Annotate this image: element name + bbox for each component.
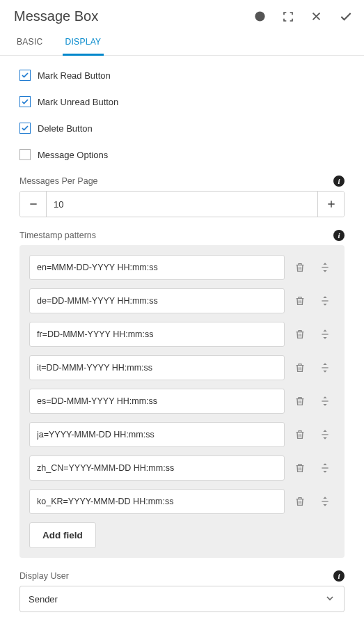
mark-unread-checkbox[interactable] — [19, 96, 31, 107]
svg-rect-6 — [322, 400, 328, 401]
checkbox-row-message-options: Message Options — [19, 149, 345, 160]
messages-per-page-stepper — [19, 191, 345, 217]
confirm-icon[interactable] — [339, 10, 353, 24]
fullscreen-icon[interactable] — [283, 11, 294, 22]
messages-per-page-label: Messages Per Page — [19, 176, 98, 186]
trash-icon[interactable] — [290, 496, 310, 507]
svg-rect-9 — [322, 501, 328, 501]
display-user-select[interactable]: Sender — [19, 586, 345, 612]
trash-icon[interactable] — [290, 329, 310, 340]
chevron-down-icon — [324, 593, 335, 606]
mark-read-checkbox[interactable] — [19, 70, 31, 81]
mark-unread-label: Mark Unread Button — [38, 97, 118, 107]
dialog-title: Message Box — [14, 8, 254, 24]
mark-read-label: Mark Read Button — [38, 70, 111, 81]
trash-icon[interactable] — [290, 362, 310, 373]
message-options-checkbox[interactable] — [19, 149, 31, 160]
pattern-input[interactable] — [29, 489, 285, 514]
pattern-row — [29, 255, 335, 280]
drag-handle-icon[interactable] — [315, 262, 335, 273]
pattern-row — [29, 489, 335, 514]
delete-label: Delete Button — [38, 123, 93, 134]
stepper-decrement-button[interactable] — [20, 192, 47, 217]
drag-handle-icon[interactable] — [315, 429, 335, 440]
checkbox-row-mark-unread: Mark Unread Button — [19, 96, 345, 107]
display-user-value: Sender — [29, 594, 58, 605]
header-actions: ? — [254, 10, 353, 24]
info-icon[interactable]: i — [333, 570, 345, 582]
drag-handle-icon[interactable] — [315, 362, 335, 373]
svg-rect-8 — [322, 467, 328, 468]
svg-rect-7 — [322, 434, 328, 435]
drag-handle-icon[interactable] — [315, 462, 335, 474]
drag-handle-icon[interactable] — [315, 396, 335, 407]
drag-handle-icon[interactable] — [315, 329, 335, 340]
messages-per-page-label-row: Messages Per Page i — [19, 176, 345, 187]
dialog-header: Message Box ? — [0, 0, 364, 30]
stepper-increment-button[interactable] — [317, 192, 344, 217]
pattern-row — [29, 422, 335, 447]
svg-rect-4 — [322, 334, 328, 334]
message-options-label: Message Options — [38, 150, 108, 160]
trash-icon[interactable] — [290, 295, 310, 306]
pattern-input[interactable] — [29, 455, 285, 481]
svg-text:?: ? — [258, 13, 262, 20]
pattern-row — [29, 288, 335, 313]
trash-icon[interactable] — [290, 396, 310, 407]
pattern-row — [29, 355, 335, 380]
svg-rect-3 — [322, 300, 328, 301]
checkbox-row-delete: Delete Button — [19, 123, 345, 134]
pattern-row — [29, 455, 335, 481]
drag-handle-icon[interactable] — [315, 496, 335, 507]
display-user-label-row: Display User i — [19, 570, 345, 582]
trash-icon[interactable] — [290, 262, 310, 273]
tab-bar: BASIC DISPLAY — [0, 30, 364, 56]
display-user-label: Display User — [19, 571, 69, 581]
pattern-row — [29, 322, 335, 347]
add-field-button[interactable]: Add field — [29, 522, 96, 548]
pattern-input[interactable] — [29, 288, 285, 313]
pattern-input[interactable] — [29, 422, 285, 447]
svg-rect-5 — [322, 367, 328, 368]
timestamp-patterns-label: Timestamp patterns — [19, 231, 96, 240]
info-icon[interactable]: i — [333, 176, 345, 187]
pattern-row — [29, 389, 335, 414]
trash-icon[interactable] — [290, 429, 310, 440]
timestamp-patterns-list: Add field — [19, 245, 345, 558]
close-icon[interactable] — [310, 10, 322, 22]
svg-rect-2 — [322, 267, 328, 267]
trash-icon[interactable] — [290, 462, 310, 474]
info-icon[interactable]: i — [333, 230, 345, 241]
pattern-input[interactable] — [29, 355, 285, 380]
delete-checkbox[interactable] — [19, 123, 31, 134]
tab-content: Mark Read Button Mark Unread Button Dele… — [0, 56, 364, 631]
pattern-input[interactable] — [29, 322, 285, 347]
timestamp-patterns-label-row: Timestamp patterns i — [19, 230, 345, 241]
drag-handle-icon[interactable] — [315, 295, 335, 306]
tab-basic[interactable]: BASIC — [14, 30, 46, 55]
pattern-input[interactable] — [29, 255, 285, 280]
messages-per-page-input[interactable] — [47, 192, 317, 217]
tab-display[interactable]: DISPLAY — [63, 30, 104, 56]
help-icon[interactable]: ? — [254, 10, 266, 22]
checkbox-row-mark-read: Mark Read Button — [19, 70, 345, 81]
pattern-input[interactable] — [29, 389, 285, 414]
